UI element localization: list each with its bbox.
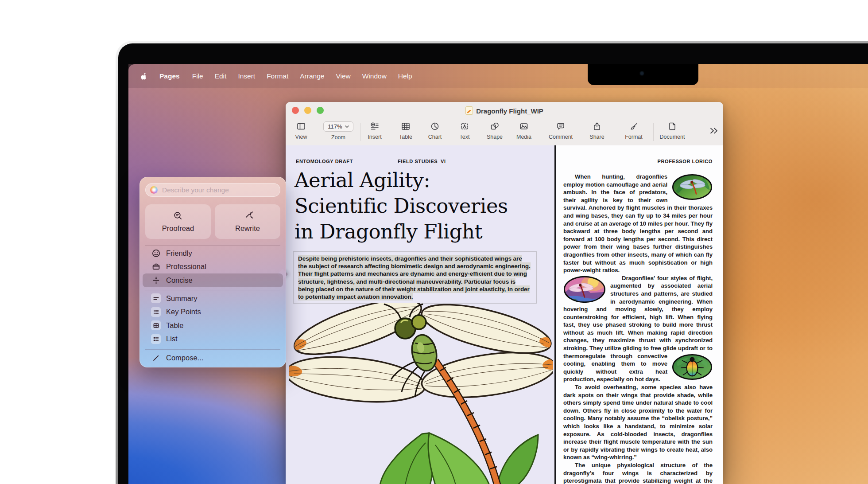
dragonfly-illustration[interactable] [289, 303, 553, 484]
body-paragraph[interactable]: To avoid overheating, some species also … [563, 383, 713, 461]
table-icon [401, 121, 411, 131]
camera-dot [639, 71, 644, 76]
menu-item-summary[interactable]: Summary [145, 292, 280, 305]
describe-change-input[interactable] [161, 186, 275, 195]
document-icon [667, 121, 677, 131]
toolbar-document-button[interactable]: Document [657, 121, 688, 140]
key-points-list-icon [153, 308, 159, 315]
toolbar-separator [653, 123, 654, 141]
window-title-bar: Dragonfly Flight_WIP [286, 102, 723, 119]
toolbar-format-button[interactable]: Format [618, 121, 649, 140]
toolbar-table-button[interactable]: Table [390, 121, 421, 140]
document-byline: PROFESSOR LORICO [658, 159, 713, 164]
menu-item-insert[interactable]: Insert [238, 72, 255, 80]
toolbar-shape-button[interactable]: Shape [479, 121, 510, 140]
column-rule [554, 145, 556, 484]
toolbar-chart-button[interactable]: Chart [419, 121, 450, 140]
compose-pencil-icon [152, 354, 160, 362]
list-lines-icon [153, 336, 159, 342]
body-paragraph[interactable]: Dragonflies' four styles of flight, augm… [563, 274, 713, 383]
smiley-icon [152, 249, 160, 258]
menu-item-table[interactable]: Table [145, 319, 280, 332]
menu-item-view[interactable]: View [336, 72, 350, 80]
toolbar-view-button[interactable]: View [286, 121, 317, 140]
share-icon [592, 121, 602, 131]
menu-item-format[interactable]: Format [267, 72, 288, 80]
document-kicker-center: FIELD STUDIES [398, 159, 438, 164]
shapes-icon [490, 121, 500, 131]
document-version: VI [441, 159, 446, 164]
body-text[interactable]: When hunting, dragonflies employ motion … [563, 173, 713, 484]
toolbar-comment-button[interactable]: Comment [545, 121, 576, 140]
toolbar-insert-button[interactable]: Insert [359, 121, 390, 140]
window-title: Dragonfly Flight_WIP [286, 106, 723, 115]
comment-bubble-icon [556, 121, 566, 131]
toolbar-overflow-button[interactable] [709, 126, 719, 136]
selected-text-box[interactable]: Despite being prehistoric insects, drago… [293, 251, 537, 304]
menu-item-file[interactable]: File [192, 72, 203, 80]
double-chevron-right-icon [709, 126, 719, 136]
document-right-column[interactable]: PROFESSOR LORICO When hunting, dragonfli… [563, 145, 713, 484]
menu-bar: Pages File Edit Insert Format Arrange Vi… [128, 64, 868, 88]
apple-menu-icon[interactable] [140, 72, 147, 81]
briefcase-icon [152, 262, 160, 271]
toolbar-media-button[interactable]: Media [508, 121, 539, 140]
popup-divider [145, 349, 280, 350]
selected-paragraph[interactable]: Despite being prehistoric insects, drago… [298, 255, 531, 301]
oval-dragonfly-green-image[interactable] [672, 174, 713, 200]
summary-lines-icon [153, 295, 159, 302]
menu-item-professional[interactable]: Professional [145, 260, 280, 274]
media-icon [519, 121, 529, 131]
document-kicker-left: ENTOMOLOGY DRAFT [296, 159, 353, 164]
menu-item-friendly[interactable]: Friendly [145, 246, 280, 260]
menu-item-window[interactable]: Window [362, 72, 387, 80]
document-title[interactable]: Aerial Agility: Scientific Discoveries i… [294, 168, 542, 245]
toolbar-zoom-control[interactable]: 117% Zoom [320, 121, 356, 141]
menu-item-key-points[interactable]: Key Points [145, 305, 280, 319]
pie-chart-icon [430, 121, 440, 131]
menu-item-arrange[interactable]: Arrange [300, 72, 324, 80]
apple-intelligence-icon [150, 186, 158, 194]
sidebar-icon [296, 121, 306, 131]
rewrite-circle-pencil-icon [242, 211, 253, 221]
proofread-magnifier-icon [173, 211, 183, 221]
body-text-run: To avoid overheating, some species also … [563, 384, 713, 461]
proofread-button[interactable]: Proofread [145, 204, 211, 239]
chevron-down-icon [345, 125, 349, 128]
document-left-page[interactable]: ENTOMOLOGY DRAFT FIELD STUDIES VI Aerial… [286, 145, 554, 484]
leaves [380, 433, 538, 484]
toolbar-text-button[interactable]: Text [449, 121, 480, 140]
body-paragraph[interactable]: When hunting, dragonflies employ motion … [563, 173, 713, 274]
menu-item-list[interactable]: List [145, 332, 280, 346]
popup-divider [145, 245, 280, 246]
text-box-icon [460, 121, 469, 131]
table-grid-icon [153, 322, 159, 329]
menu-item-concise[interactable]: Concise [143, 273, 283, 287]
menu-item-edit[interactable]: Edit [215, 72, 227, 80]
rewrite-button[interactable]: Rewrite [215, 204, 280, 239]
writing-tools-popup: Proofread Rewrite Friendly Professional … [140, 177, 286, 367]
toolbar: View 117% Zoom Insert Table Chart Text S… [286, 119, 723, 146]
menu-item-compose[interactable]: Compose... [145, 351, 280, 365]
describe-change-field[interactable] [145, 183, 280, 197]
document-proxy-icon [465, 106, 473, 115]
concise-compress-icon [152, 276, 160, 285]
menu-item-help[interactable]: Help [398, 72, 412, 80]
insert-icon [370, 121, 380, 131]
oval-dragonfly-sunset-image[interactable] [563, 275, 606, 304]
popup-divider [145, 290, 280, 290]
toolbar-share-button[interactable]: Share [581, 121, 612, 140]
pages-window: Dragonfly Flight_WIP View 117% Zoom Inse… [286, 102, 723, 484]
format-brush-icon [629, 121, 639, 131]
document-canvas[interactable]: ENTOMOLOGY DRAFT FIELD STUDIES VI Aerial… [286, 145, 723, 484]
menu-item-pages[interactable]: Pages [159, 72, 180, 80]
oval-beetle-image[interactable] [672, 353, 713, 381]
body-paragraph[interactable]: The unique physiological structure of th… [563, 461, 713, 484]
